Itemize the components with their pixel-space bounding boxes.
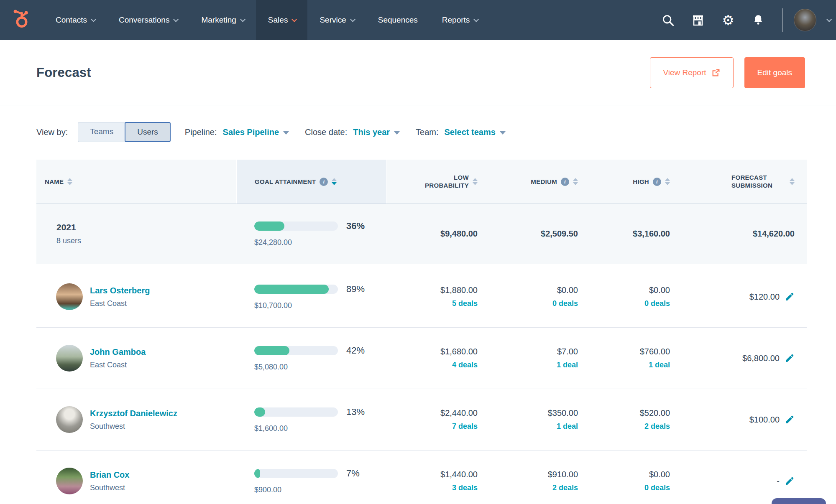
- sort-arrows-icon: [473, 178, 478, 185]
- high-deals-link[interactable]: 2 deals: [593, 422, 670, 431]
- account-chevron-down-icon[interactable]: [826, 17, 832, 22]
- search-icon[interactable]: [655, 7, 681, 33]
- edit-forecast-pencil-icon[interactable]: [785, 476, 795, 486]
- avatar[interactable]: [56, 468, 83, 494]
- low-deals-link[interactable]: 7 deals: [387, 422, 478, 431]
- high-amount: $0.00: [649, 285, 670, 295]
- chevron-down-icon: [292, 17, 297, 22]
- sort-arrows-icon: [67, 178, 72, 185]
- high-deals-link[interactable]: 1 deal: [593, 361, 670, 369]
- goal-amount: $10,700.00: [254, 301, 387, 310]
- goal-progress-bar: [254, 469, 338, 478]
- medium-deals-link[interactable]: 1 deal: [492, 422, 578, 431]
- goal-percent: 89%: [346, 284, 365, 295]
- avatar[interactable]: [56, 283, 83, 310]
- external-link-icon: [711, 68, 721, 77]
- medium-amount: $0.00: [557, 285, 578, 295]
- column-header-name[interactable]: Name: [36, 160, 236, 204]
- view-by-label: View by:: [36, 127, 68, 137]
- high-amount: $760.00: [640, 347, 670, 356]
- nav-menu: Contacts Conversations Marketing Sales S…: [43, 0, 489, 40]
- info-icon[interactable]: i: [320, 178, 328, 186]
- summary-year: 2021: [56, 222, 236, 232]
- users-toggle-button[interactable]: Users: [125, 122, 171, 142]
- column-header-high[interactable]: High i: [593, 160, 685, 204]
- avatar[interactable]: [56, 406, 83, 433]
- low-probability-amount: $2,440.00: [440, 408, 478, 417]
- sort-arrows-icon: [332, 178, 337, 185]
- chevron-down-icon: [91, 17, 96, 22]
- nav-item-reports[interactable]: Reports: [430, 0, 490, 40]
- forecast-total: $14,620.00: [753, 229, 795, 239]
- goal-percent: 13%: [346, 407, 365, 417]
- nav-item-conversations[interactable]: Conversations: [107, 0, 189, 40]
- low-deals-link[interactable]: 3 deals: [387, 484, 478, 492]
- notifications-bell-icon[interactable]: [745, 7, 771, 33]
- nav-item-sequences[interactable]: Sequences: [366, 0, 430, 40]
- edit-forecast-pencil-icon[interactable]: [785, 292, 795, 302]
- view-report-button[interactable]: View Report: [650, 57, 733, 88]
- dropdown-caret-icon: [394, 131, 400, 135]
- edit-forecast-pencil-icon[interactable]: [785, 415, 795, 425]
- summary-row: 2021 8 users 36% $24,280.00 $9,480.00 $2…: [36, 204, 807, 266]
- forecast-amount: $6,800.00: [742, 354, 780, 363]
- info-icon[interactable]: i: [561, 178, 569, 186]
- filter-bar: View by: Teams Users Pipeline: Sales Pip…: [0, 105, 836, 155]
- table-row: Lars Osterberg East Coast 89% $10,700.00…: [36, 266, 807, 327]
- user-avatar[interactable]: [794, 9, 816, 31]
- user-team: East Coast: [90, 299, 150, 308]
- forecast-table: Name Goal attainment i Low Probability M…: [36, 160, 807, 504]
- high-deals-link[interactable]: 0 deals: [593, 299, 670, 308]
- user-name-link[interactable]: John Gamboa: [90, 347, 146, 357]
- low-deals-link[interactable]: 5 deals: [387, 299, 478, 308]
- sort-arrows-icon: [790, 178, 795, 185]
- nav-item-marketing[interactable]: Marketing: [189, 0, 256, 40]
- low-deals-link[interactable]: 4 deals: [387, 361, 478, 369]
- user-name-link[interactable]: Brian Cox: [90, 470, 129, 480]
- chat-widget-button[interactable]: [772, 498, 826, 504]
- edit-goals-button[interactable]: Edit goals: [744, 57, 805, 88]
- top-navigation: Contacts Conversations Marketing Sales S…: [0, 0, 836, 40]
- medium-deals-link[interactable]: 0 deals: [492, 299, 578, 308]
- close-date-dropdown[interactable]: This year: [353, 127, 400, 137]
- user-name-link[interactable]: Lars Osterberg: [90, 286, 150, 295]
- nav-item-service[interactable]: Service: [307, 0, 366, 40]
- info-icon[interactable]: i: [653, 178, 661, 186]
- column-header-forecast-submission[interactable]: Forecast Submission: [685, 160, 807, 204]
- high-amount: $0.00: [649, 470, 670, 479]
- team-dropdown[interactable]: Select teams: [445, 127, 506, 137]
- team-label: Team:: [416, 127, 438, 137]
- edit-forecast-pencil-icon[interactable]: [785, 353, 795, 363]
- medium-amount: $7.00: [557, 347, 578, 356]
- column-header-goal-attainment[interactable]: Goal attainment i: [236, 160, 387, 204]
- teams-toggle-button[interactable]: Teams: [78, 122, 125, 142]
- goal-progress-bar: [254, 285, 338, 294]
- medium-total: $2,509.50: [541, 229, 578, 238]
- medium-deals-link[interactable]: 2 deals: [492, 484, 578, 492]
- user-name-link[interactable]: Krzysztof Danielewicz: [90, 409, 177, 418]
- chevron-down-icon: [350, 17, 355, 22]
- table-header-row: Name Goal attainment i Low Probability M…: [36, 160, 807, 204]
- nav-item-sales[interactable]: Sales: [256, 0, 308, 40]
- marketplace-icon[interactable]: [685, 7, 711, 33]
- chevron-down-icon: [174, 17, 179, 22]
- close-date-label: Close date:: [305, 127, 347, 137]
- forecast-amount: -: [777, 476, 780, 486]
- view-by-toggle: Teams Users: [78, 122, 171, 142]
- goal-amount: $1,600.00: [254, 424, 387, 433]
- pipeline-dropdown[interactable]: Sales Pipeline: [223, 127, 289, 137]
- nav-item-contacts[interactable]: Contacts: [43, 0, 107, 40]
- forecast-amount: $100.00: [749, 415, 780, 425]
- goal-percent: 42%: [346, 345, 365, 356]
- medium-deals-link[interactable]: 1 deal: [492, 361, 578, 369]
- summary-user-count: 8 users: [56, 237, 236, 245]
- column-header-medium[interactable]: Medium i: [492, 160, 593, 204]
- avatar[interactable]: [56, 345, 83, 372]
- settings-gear-icon[interactable]: ⚙: [715, 7, 741, 33]
- hubspot-sprocket-icon: [11, 9, 33, 31]
- hubspot-logo[interactable]: [0, 0, 43, 40]
- low-probability-amount: $1,680.00: [440, 347, 478, 356]
- column-header-low-probability[interactable]: Low Probability: [387, 160, 492, 204]
- high-deals-link[interactable]: 0 deals: [593, 484, 670, 492]
- goal-progress-bar: [254, 346, 338, 355]
